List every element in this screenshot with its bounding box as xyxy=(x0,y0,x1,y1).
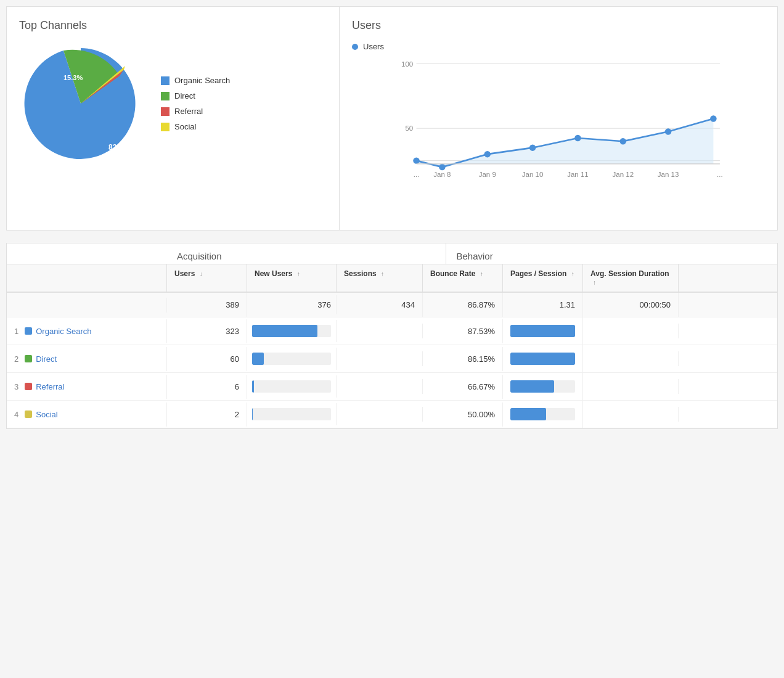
row4-bar-wrapper xyxy=(252,408,331,420)
dot-0 xyxy=(413,157,419,163)
dot-1 xyxy=(439,164,445,170)
row2-dot xyxy=(25,355,32,362)
row4-behavior-fill xyxy=(510,408,546,420)
row3-users: 6 xyxy=(167,375,247,399)
row4-behavior-wrapper xyxy=(510,408,575,420)
row2-bounce: 86.15% xyxy=(423,347,503,371)
legend-color-social xyxy=(161,123,169,131)
row3-bounce: 66.67% xyxy=(423,375,503,399)
row1-dot xyxy=(25,327,32,335)
col-channel-header xyxy=(7,264,167,292)
col-avg-session-header[interactable]: Avg. Session Duration ↑ xyxy=(583,264,679,292)
row1-bounce: 87.53% xyxy=(423,319,503,343)
users-title: Users xyxy=(352,19,765,32)
users-panel: Users Users 100 50 xyxy=(340,7,777,230)
row1-bar-fill xyxy=(252,325,317,337)
legend-color-referral xyxy=(161,107,169,116)
users-legend: Users xyxy=(352,42,765,51)
row1-behavior-fill xyxy=(510,325,575,337)
users-legend-label: Users xyxy=(363,42,384,51)
row4-avg-session xyxy=(583,407,679,422)
row2-pages-bar xyxy=(503,345,583,372)
row4-bounce: 50.00% xyxy=(423,402,503,427)
avg-sort-icon: ↑ xyxy=(593,279,596,286)
row2-sessions xyxy=(337,351,423,366)
column-headers: Users ↓ New Users ↑ Sessions ↑ Bounce Ra… xyxy=(7,264,777,293)
row4-bar-fill xyxy=(252,408,253,420)
svg-text:50: 50 xyxy=(405,125,413,132)
pages-sort-icon: ↑ xyxy=(571,271,574,277)
dot-3 xyxy=(529,144,536,150)
row4-dot xyxy=(25,410,32,418)
row1-new-users-bar xyxy=(247,320,337,342)
svg-text:Jan 13: Jan 13 xyxy=(658,171,679,178)
row4-channel: 4 Social xyxy=(7,402,167,427)
dot-6 xyxy=(665,128,671,134)
users-dot xyxy=(352,44,358,50)
total-new-users: 376 xyxy=(247,295,337,314)
col-new-users-header[interactable]: New Users ↑ xyxy=(247,264,337,292)
group-behavior: Behavior xyxy=(446,243,777,264)
row4-index: 4 xyxy=(14,410,18,419)
row4-users: 2 xyxy=(167,402,247,427)
new-users-sort-icon: ↑ xyxy=(297,271,300,277)
svg-text:Jan 11: Jan 11 xyxy=(567,171,589,178)
row2-index: 2 xyxy=(14,354,18,364)
legend-direct: Direct xyxy=(161,91,230,100)
line-area xyxy=(417,119,714,168)
row4-link[interactable]: Social xyxy=(36,410,57,419)
row3-bar-wrapper xyxy=(252,380,331,393)
row2-avg-session xyxy=(583,351,679,366)
total-sessions: 434 xyxy=(337,293,423,317)
svg-text:Jan 9: Jan 9 xyxy=(479,171,496,178)
row2-link[interactable]: Direct xyxy=(36,354,57,364)
top-channels-title: Top Channels xyxy=(19,19,327,32)
col-users-header[interactable]: Users ↓ xyxy=(167,264,247,292)
row2-behavior-wrapper xyxy=(510,353,575,365)
pie-chart: 82.6% 15.3% xyxy=(19,42,142,165)
line-chart-svg: 100 50 ... Jan 8 Jan 9 Jan 10 xyxy=(352,57,765,193)
dot-2 xyxy=(484,151,491,157)
svg-text:...: ... xyxy=(717,171,723,178)
row3-new-users-bar xyxy=(247,375,337,398)
row1-behavior-wrapper xyxy=(510,325,575,337)
table-row: 3 Referral 6 66.67% xyxy=(7,373,777,401)
row3-index: 3 xyxy=(14,382,18,391)
col-sessions-header[interactable]: Sessions ↑ xyxy=(337,264,423,292)
row1-users: 323 xyxy=(167,319,247,343)
row3-bar-fill xyxy=(252,380,254,393)
row3-avg-session xyxy=(583,379,679,394)
svg-text:Jan 10: Jan 10 xyxy=(522,171,544,178)
row1-bar-wrapper xyxy=(252,325,331,337)
row1-channel: 1 Organic Search xyxy=(7,319,167,343)
table-row: 4 Social 2 50.00% xyxy=(7,401,777,428)
group-acquisition: Acquisition xyxy=(167,243,446,264)
top-channels-panel: Top Channels 82 xyxy=(7,7,340,230)
row2-channel: 2 Direct xyxy=(7,347,167,371)
row1-index: 1 xyxy=(14,327,18,336)
pie-section: 82.6% 15.3% Organic Search Direct Referr… xyxy=(19,42,327,165)
total-bounce: 86.87% xyxy=(423,293,503,317)
row2-bar-wrapper xyxy=(252,353,331,365)
row3-behavior-wrapper xyxy=(510,380,575,393)
legend-label-direct: Direct xyxy=(174,91,195,100)
row3-channel: 3 Referral xyxy=(7,375,167,399)
bounce-sort-icon: ↑ xyxy=(480,271,483,277)
svg-text:Jan 8: Jan 8 xyxy=(433,171,451,178)
row3-link[interactable]: Referral xyxy=(36,382,64,391)
col-bounce-header[interactable]: Bounce Rate ↑ xyxy=(423,264,503,292)
users-sort-icon: ↓ xyxy=(200,271,203,277)
line-chart-container: 100 50 ... Jan 8 Jan 9 Jan 10 xyxy=(352,57,765,218)
dot-7 xyxy=(710,115,716,121)
legend-label-organic: Organic Search xyxy=(174,76,230,85)
total-avg-session: 00:00:50 xyxy=(583,293,679,317)
col-pages-header[interactable]: Pages / Session ↑ xyxy=(503,264,583,292)
row2-bar-fill xyxy=(252,353,264,365)
legend-social: Social xyxy=(161,122,230,131)
row3-dot xyxy=(25,383,32,390)
total-row: 389 376 434 86.87% 1.31 00:00:50 xyxy=(7,293,777,317)
legend-referral: Referral xyxy=(161,107,230,116)
row1-sessions xyxy=(337,324,423,338)
row1-link[interactable]: Organic Search xyxy=(36,327,91,336)
row2-users: 60 xyxy=(167,347,247,371)
